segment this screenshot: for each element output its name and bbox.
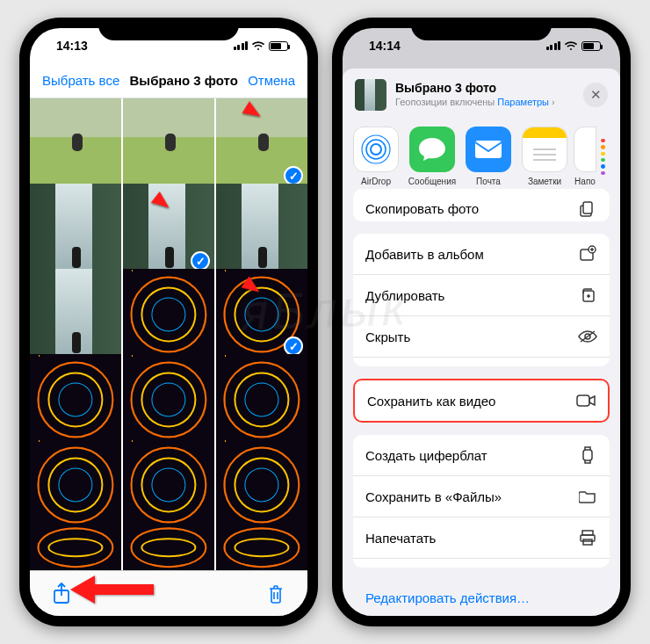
action-import-vsco[interactable]: Import to VSCO: [353, 559, 610, 568]
action-group: Создать циферблат Сохранить в «Файлы» На…: [353, 435, 610, 568]
app-more[interactable]: Напо: [573, 127, 597, 175]
photo-thumbnail[interactable]: [123, 525, 214, 570]
selection-check-icon: ✓: [191, 251, 210, 271]
notch: [411, 18, 552, 40]
action-save-as-video[interactable]: Сохранить как видео: [355, 380, 608, 421]
screen-photos: 14:13 Выбрать все Выбрано 3 фото Отмена …: [30, 28, 307, 616]
action-add-to-album[interactable]: Добавить в альбом: [353, 234, 610, 275]
sheet-title: Выбрано 3 фото: [395, 81, 574, 97]
action-create-watchface[interactable]: Создать циферблат: [353, 435, 610, 476]
svg-rect-16: [583, 450, 592, 460]
params-link[interactable]: Параметры: [497, 97, 549, 107]
photo-thumbnail[interactable]: [30, 354, 121, 445]
pointer-arrow-icon: [216, 269, 264, 298]
phone-left: 14:13 Выбрать все Выбрано 3 фото Отмена …: [19, 18, 318, 626]
more-icon: [574, 127, 596, 172]
photo-thumbnail[interactable]: [216, 439, 307, 531]
photo-thumbnail[interactable]: [216, 354, 307, 445]
share-button[interactable]: [51, 583, 72, 604]
photo-thumbnail[interactable]: ✓: [123, 184, 214, 275]
phones-container: 14:13 Выбрать все Выбрано 3 фото Отмена …: [0, 0, 650, 644]
action-slideshow[interactable]: Слайд-шоу: [353, 358, 610, 366]
share-sheet: Выбрано 3 фото Геопозиции включены Парам…: [343, 69, 620, 616]
phone-right: 14:14 Выбрано 3 фото Геопозиции включены…: [332, 18, 631, 626]
video-icon: [576, 391, 596, 410]
print-icon: [578, 528, 597, 547]
hide-icon: [578, 327, 597, 346]
app-mail[interactable]: Почта: [460, 127, 516, 175]
photo-thumbnail[interactable]: [123, 354, 214, 445]
album-add-icon: [578, 244, 597, 264]
watch-icon: [578, 445, 597, 465]
action-save-to-files[interactable]: Сохранить в «Файлы»: [353, 476, 610, 517]
pointer-arrow-icon: [216, 98, 264, 122]
app-label: Заметки: [528, 177, 561, 186]
pointer-arrow-icon: [70, 575, 154, 604]
action-group: Добавить в альбом Дублировать Скрыть: [353, 234, 610, 366]
action-print[interactable]: Напечатать: [353, 517, 610, 559]
app-label: Сообщения: [408, 177, 456, 186]
photo-thumbnail[interactable]: [123, 269, 214, 360]
action-duplicate[interactable]: Дублировать: [353, 275, 610, 316]
app-label: AirDrop: [361, 177, 391, 186]
app-airdrop[interactable]: AirDrop: [348, 127, 404, 175]
airdrop-icon: [353, 127, 399, 172]
header-thumbnail: [355, 79, 386, 111]
signal-icon: [234, 41, 249, 50]
photo-thumbnail[interactable]: [30, 269, 121, 360]
notes-icon: [522, 127, 567, 172]
photo-thumbnail[interactable]: [30, 525, 121, 570]
nav-title: Выбрано 3 фото: [130, 73, 238, 88]
messages-icon: [409, 127, 455, 172]
duplicate-icon: [578, 286, 597, 305]
nav-bar: Выбрать все Выбрано 3 фото Отмена: [30, 63, 307, 98]
photo-grid: ✓ ✓ ✓: [30, 98, 307, 570]
pointer-arrow-icon: [123, 184, 174, 213]
svg-rect-19: [583, 539, 592, 545]
photo-thumbnail[interactable]: [30, 184, 121, 275]
cancel-button[interactable]: Отмена: [248, 73, 295, 88]
action-copy-photo[interactable]: Скопировать фото: [353, 189, 610, 221]
svg-point-1: [371, 144, 381, 155]
mail-icon: [466, 127, 511, 172]
action-group: Скопировать фото: [353, 189, 610, 221]
wifi-icon: [251, 40, 265, 51]
photo-thumbnail[interactable]: [123, 98, 214, 190]
svg-rect-8: [583, 202, 592, 213]
app-messages[interactable]: Сообщения: [404, 127, 460, 175]
edit-actions-link[interactable]: Редактировать действия…: [343, 580, 620, 616]
select-all-button[interactable]: Выбрать все: [42, 73, 119, 88]
folder-icon: [578, 487, 597, 506]
battery-icon: [581, 41, 601, 51]
app-label: Напо: [574, 177, 596, 186]
trash-button[interactable]: [265, 583, 286, 604]
share-apps-row[interactable]: AirDrop Сообщения Почта: [343, 121, 620, 189]
svg-point-2: [366, 140, 386, 159]
copy-icon: [578, 199, 597, 219]
status-icons: [546, 40, 602, 51]
sheet-subtitle: Геопозиции включены Параметры ›: [395, 97, 574, 109]
photo-thumbnail[interactable]: [216, 184, 307, 275]
status-icons: [234, 40, 289, 51]
screen-share: 14:14 Выбрано 3 фото Геопозиции включены…: [343, 28, 620, 616]
app-notes[interactable]: Заметки: [516, 127, 573, 175]
notch: [98, 18, 239, 40]
sheet-header: Выбрано 3 фото Геопозиции включены Парам…: [343, 69, 620, 121]
photo-thumbnail[interactable]: [30, 98, 121, 190]
highlighted-action: Сохранить как видео: [353, 379, 610, 423]
photo-thumbnail[interactable]: [123, 439, 214, 531]
page-dots: [597, 127, 608, 175]
selection-check-icon: ✓: [284, 336, 303, 356]
photo-thumbnail[interactable]: ✓: [216, 269, 307, 360]
selection-check-icon: ✓: [284, 166, 303, 185]
action-hide[interactable]: Скрыть: [353, 316, 610, 358]
close-button[interactable]: ✕: [583, 83, 608, 107]
signal-icon: [546, 41, 561, 50]
wifi-icon: [564, 40, 578, 51]
app-label: Почта: [476, 177, 501, 186]
status-time: 14:14: [369, 39, 401, 53]
photo-thumbnail[interactable]: ✓: [216, 98, 307, 190]
svg-rect-15: [577, 395, 589, 406]
photo-thumbnail[interactable]: [216, 525, 307, 570]
photo-thumbnail[interactable]: [30, 439, 121, 531]
